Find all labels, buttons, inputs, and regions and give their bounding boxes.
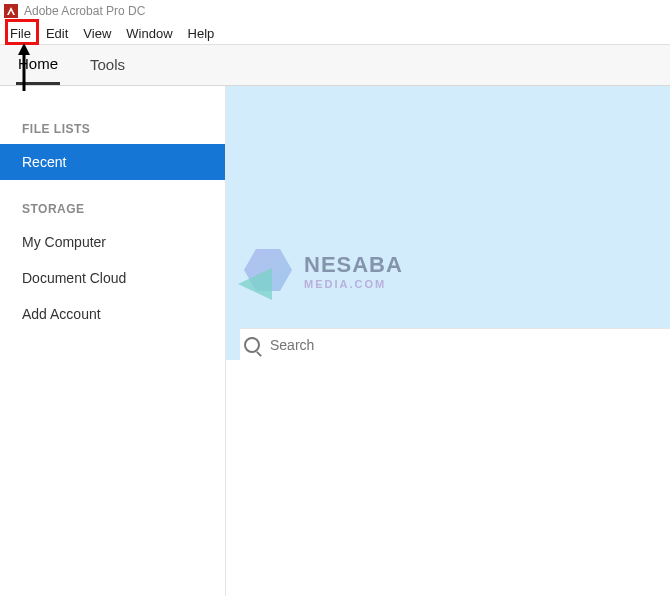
search-icon xyxy=(244,337,260,353)
menu-file[interactable]: File xyxy=(10,26,31,41)
menu-edit[interactable]: Edit xyxy=(46,26,68,41)
toolbar: Home Tools xyxy=(0,44,670,86)
watermark-text: NESABA xyxy=(304,252,403,278)
menubar: File Edit View Window Help xyxy=(0,22,670,44)
menu-help[interactable]: Help xyxy=(188,26,215,41)
section-storage: STORAGE xyxy=(0,194,225,224)
titlebar: Adobe Acrobat Pro DC xyxy=(0,0,670,22)
tab-home[interactable]: Home xyxy=(16,46,60,85)
content-area: NESABA MEDIA.COM xyxy=(226,86,670,596)
search-input[interactable] xyxy=(270,337,445,353)
sidebar-item-document-cloud[interactable]: Document Cloud xyxy=(0,260,225,296)
sidebar: FILE LISTS Recent STORAGE My Computer Do… xyxy=(0,86,226,596)
section-file-lists: FILE LISTS xyxy=(0,114,225,144)
menu-view[interactable]: View xyxy=(83,26,111,41)
watermark-logo-icon xyxy=(238,246,298,296)
sidebar-item-my-computer[interactable]: My Computer xyxy=(0,224,225,260)
app-title: Adobe Acrobat Pro DC xyxy=(24,4,145,18)
menu-window[interactable]: Window xyxy=(126,26,172,41)
sidebar-item-add-account[interactable]: Add Account xyxy=(0,296,225,332)
watermark: NESABA MEDIA.COM xyxy=(238,246,403,296)
app-icon xyxy=(4,4,18,18)
main: FILE LISTS Recent STORAGE My Computer Do… xyxy=(0,86,670,596)
watermark-subtext: MEDIA.COM xyxy=(304,278,403,290)
tab-tools[interactable]: Tools xyxy=(88,47,127,83)
sidebar-item-recent[interactable]: Recent xyxy=(0,144,225,180)
content-empty xyxy=(226,360,670,596)
search-row xyxy=(240,328,670,360)
